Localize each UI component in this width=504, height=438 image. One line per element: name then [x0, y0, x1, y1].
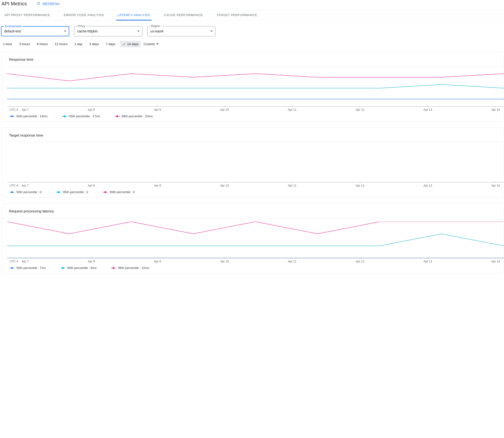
range-6-hours[interactable]: 6 hours [35, 41, 50, 47]
x-tick: Apr 9 [154, 108, 161, 111]
environment-select[interactable]: Environment default-test [1, 26, 69, 36]
legend-item[interactable]: 95th percentile : 8ms [60, 266, 97, 270]
series-line [7, 74, 504, 81]
legend-marker [103, 192, 108, 192]
legend-text: 95th percentile : 17ms [69, 114, 100, 118]
x-tick: Apr 13 [424, 260, 432, 263]
legend-text: 50th percentile : 7ms [16, 266, 46, 270]
x-tick: Apr 7 [22, 108, 29, 111]
range-1-hour[interactable]: 1 hour [1, 41, 14, 47]
legend-text: 99th percentile : 0 [110, 190, 135, 194]
x-tick: Apr 7 [22, 260, 29, 263]
legend-marker [115, 116, 120, 117]
chart-card-2: Request processing latencyUTC-4Apr 7Apr … [2, 203, 504, 274]
chevron-down-icon [64, 31, 66, 32]
x-tick: Apr 10 [220, 184, 229, 187]
series-line [7, 234, 504, 246]
chart-title: Response time [9, 57, 504, 61]
refresh-icon [37, 1, 41, 6]
refresh-button[interactable]: REFRESH [37, 1, 59, 6]
legend-marker [56, 192, 61, 192]
legend-text: 50th percentile : 14ms [16, 114, 48, 118]
legend-marker [10, 116, 14, 117]
legend-item[interactable]: 99th percentile : 0 [103, 190, 135, 194]
environment-value: default-test [4, 29, 21, 33]
range-12-hours[interactable]: 12 hours [53, 41, 69, 47]
legend-item[interactable]: 50th percentile : 14ms [10, 114, 48, 118]
legend-marker [10, 268, 14, 268]
timezone-label: UTC-4 [10, 260, 22, 263]
legend-marker [111, 268, 116, 268]
x-tick: Apr 12 [355, 260, 364, 263]
legend-marker [10, 192, 14, 192]
legend-item[interactable]: 95th percentile : 0 [56, 190, 88, 194]
range-1-day[interactable]: 1 day [72, 41, 84, 47]
x-tick: Apr 11 [288, 260, 296, 263]
tab-latency-analysis[interactable]: LATENCY ANALYSIS [116, 10, 151, 21]
legend-item[interactable]: 99th percentile : 20ms [115, 114, 153, 118]
check-icon [122, 43, 126, 46]
x-tick: Apr 10 [220, 108, 229, 111]
chevron-down-icon [156, 44, 159, 45]
legend-marker [62, 116, 67, 117]
proxy-label: Proxy [77, 24, 86, 28]
legend-text: 95th percentile : 0 [63, 190, 88, 194]
legend-text: 99th percentile : 20ms [122, 114, 153, 118]
x-tick: Apr 7 [22, 184, 29, 187]
series-line [7, 222, 504, 234]
timezone-label: UTC-4 [10, 184, 22, 187]
legend-text: 99th percentile : 10ms [118, 266, 149, 270]
x-tick: Apr 14 [491, 184, 500, 187]
chart-card-1: Target response timeUTC-4Apr 7Apr 8Apr 9… [2, 128, 504, 197]
x-tick: Apr 11 [288, 184, 296, 187]
proxy-value: cache-httpbin [77, 29, 98, 33]
legend-marker [60, 268, 65, 268]
chart-title: Request processing latency [9, 209, 504, 213]
tab-bar: API PROXY PERFORMANCEERROR CODE ANALYSIS… [0, 10, 504, 21]
tab-api-proxy-performance[interactable]: API PROXY PERFORMANCE [3, 10, 51, 21]
x-tick: Apr 8 [88, 184, 95, 187]
x-tick: Apr 8 [88, 108, 95, 111]
tab-target-performance[interactable]: TARGET PERFORMANCE [215, 10, 259, 21]
x-tick: Apr 13 [424, 184, 432, 187]
legend-item[interactable]: 99th percentile : 10ms [111, 266, 149, 270]
region-label: Region [150, 24, 161, 28]
legend-item[interactable]: 95th percentile : 17ms [62, 114, 100, 118]
tab-error-code-analysis[interactable]: ERROR CODE ANALYSIS [62, 10, 105, 21]
x-tick: Apr 14 [491, 260, 500, 263]
x-tick: Apr 13 [424, 108, 432, 111]
page-title: API Metrics [1, 1, 27, 7]
range-custom[interactable]: Custom [144, 42, 159, 46]
time-range-bar: 1 hour3 hours6 hours12 hours1 day3 days7… [0, 39, 504, 52]
x-tick: Apr 9 [154, 260, 161, 263]
range-3-hours[interactable]: 3 hours [17, 41, 32, 47]
legend-text: 50th percentile : 0 [16, 190, 42, 194]
chevron-down-icon [137, 31, 140, 32]
region-select[interactable]: Region us-east4 [147, 26, 215, 36]
range-3-days[interactable]: 3 days [87, 41, 101, 47]
legend-item[interactable]: 50th percentile : 0 [10, 190, 42, 194]
x-tick: Apr 12 [355, 184, 364, 187]
legend-text: 95th percentile : 8ms [67, 266, 97, 270]
proxy-select[interactable]: Proxy cache-httpbin [74, 26, 142, 36]
x-tick: Apr 14 [491, 108, 500, 111]
chevron-down-icon [210, 31, 213, 32]
chart-card-0: Response timeUTC-4Apr 7Apr 8Apr 9Apr 10A… [2, 52, 504, 122]
x-tick: Apr 12 [355, 108, 364, 111]
region-value: us-east4 [150, 29, 163, 33]
refresh-label: REFRESH [43, 2, 59, 6]
x-tick: Apr 8 [88, 260, 95, 263]
x-tick: Apr 9 [154, 184, 161, 187]
environment-label: Environment [4, 25, 22, 28]
legend-item[interactable]: 50th percentile : 7ms [10, 266, 46, 270]
chart-title: Target response time [9, 133, 504, 137]
series-line [7, 85, 504, 88]
range-7-days[interactable]: 7 days [104, 41, 118, 47]
tab-cache-performance[interactable]: CACHE PERFORMANCE [162, 10, 204, 21]
x-tick: Apr 10 [220, 260, 229, 263]
range-14-days[interactable]: 14 days [120, 41, 140, 47]
timezone-label: UTC-4 [10, 108, 22, 111]
x-tick: Apr 11 [288, 108, 296, 111]
